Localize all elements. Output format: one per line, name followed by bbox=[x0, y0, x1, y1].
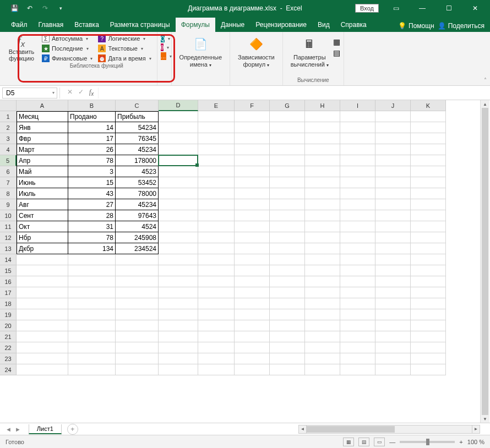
cell[interactable] bbox=[340, 254, 375, 265]
formula-auditing-button[interactable]: 🔶 Зависимости формул ▾ bbox=[233, 34, 279, 69]
cell[interactable]: 78000 bbox=[116, 188, 159, 199]
tab-home[interactable]: Главная bbox=[33, 18, 69, 32]
cell[interactable] bbox=[375, 144, 411, 155]
cell[interactable] bbox=[270, 199, 305, 210]
cell[interactable]: 4524 bbox=[116, 221, 159, 232]
cell[interactable] bbox=[17, 298, 68, 309]
column-header[interactable]: G bbox=[270, 100, 305, 111]
cell[interactable] bbox=[375, 243, 411, 254]
cell[interactable] bbox=[411, 353, 446, 364]
cell[interactable] bbox=[159, 232, 198, 243]
cell[interactable] bbox=[340, 320, 375, 331]
cell[interactable]: 26 bbox=[68, 144, 116, 155]
cell[interactable]: 27 bbox=[68, 199, 116, 210]
cell[interactable] bbox=[198, 342, 235, 353]
cell[interactable] bbox=[159, 210, 198, 221]
more-fn-button[interactable]: … bbox=[159, 52, 170, 61]
cell[interactable] bbox=[375, 342, 411, 353]
cell[interactable]: 45234 bbox=[116, 199, 159, 210]
tab-help[interactable]: Справка bbox=[335, 18, 372, 32]
cell[interactable] bbox=[375, 353, 411, 364]
vscroll-thumb[interactable] bbox=[482, 108, 488, 415]
cell[interactable] bbox=[305, 287, 340, 298]
view-pagebreak-icon[interactable]: ▭ bbox=[374, 438, 385, 446]
spreadsheet-grid[interactable]: ABCDEFGHIJK 1МесяцПроданоПрибыль2Янв1454… bbox=[0, 100, 490, 375]
cell[interactable] bbox=[411, 199, 446, 210]
cell[interactable] bbox=[375, 232, 411, 243]
cell[interactable] bbox=[375, 210, 411, 221]
cell[interactable] bbox=[270, 265, 305, 276]
cell[interactable] bbox=[68, 320, 116, 331]
cell[interactable] bbox=[235, 287, 270, 298]
cell[interactable]: Продано bbox=[68, 111, 116, 122]
cell[interactable] bbox=[235, 177, 270, 188]
cell[interactable] bbox=[198, 353, 235, 364]
row-header[interactable]: 3 bbox=[0, 133, 17, 144]
math-button[interactable]: θ bbox=[159, 43, 170, 52]
cell[interactable] bbox=[116, 364, 159, 375]
cell[interactable] bbox=[411, 331, 446, 342]
cell[interactable] bbox=[411, 188, 446, 199]
cell[interactable] bbox=[116, 254, 159, 265]
cell[interactable] bbox=[375, 265, 411, 276]
cell[interactable] bbox=[235, 188, 270, 199]
text-button[interactable]: AТекстовые bbox=[96, 44, 153, 53]
datetime-button[interactable]: ⏰Дата и время bbox=[96, 54, 153, 63]
row-header[interactable]: 21 bbox=[0, 331, 17, 342]
cell[interactable] bbox=[340, 364, 375, 375]
cell[interactable] bbox=[270, 353, 305, 364]
cell[interactable] bbox=[340, 111, 375, 122]
cell[interactable] bbox=[305, 111, 340, 122]
horizontal-scrollbar[interactable]: ◄ ► bbox=[298, 425, 480, 434]
sheet-tab[interactable]: Лист1 bbox=[29, 424, 62, 434]
cell[interactable] bbox=[270, 243, 305, 254]
cell[interactable] bbox=[270, 188, 305, 199]
cell[interactable] bbox=[411, 265, 446, 276]
cell[interactable] bbox=[235, 309, 270, 320]
save-icon[interactable]: 💾 bbox=[10, 4, 19, 13]
cell[interactable] bbox=[235, 364, 270, 375]
cell[interactable] bbox=[235, 232, 270, 243]
cell[interactable]: 78 bbox=[68, 155, 116, 166]
cell[interactable] bbox=[305, 155, 340, 166]
cell[interactable] bbox=[159, 122, 198, 133]
row-header[interactable]: 17 bbox=[0, 287, 17, 298]
cell[interactable] bbox=[17, 342, 68, 353]
view-layout-icon[interactable]: ▤ bbox=[358, 438, 369, 446]
zoom-in-icon[interactable]: + bbox=[459, 439, 462, 445]
cell[interactable] bbox=[198, 320, 235, 331]
cell[interactable]: 234524 bbox=[116, 243, 159, 254]
cell[interactable] bbox=[305, 221, 340, 232]
cell[interactable] bbox=[340, 221, 375, 232]
cell[interactable] bbox=[198, 254, 235, 265]
cell[interactable] bbox=[198, 144, 235, 155]
cell[interactable] bbox=[235, 210, 270, 221]
cell[interactable] bbox=[305, 320, 340, 331]
row-header[interactable]: 20 bbox=[0, 320, 17, 331]
cell[interactable] bbox=[411, 364, 446, 375]
hscroll-thumb[interactable] bbox=[307, 426, 395, 433]
cell[interactable] bbox=[375, 254, 411, 265]
cell[interactable] bbox=[68, 265, 116, 276]
cell[interactable] bbox=[375, 122, 411, 133]
cell[interactable] bbox=[305, 122, 340, 133]
tab-view[interactable]: Вид bbox=[312, 18, 335, 32]
cell[interactable] bbox=[305, 188, 340, 199]
cell[interactable] bbox=[411, 177, 446, 188]
cell[interactable] bbox=[235, 166, 270, 177]
cell[interactable] bbox=[305, 133, 340, 144]
cell[interactable] bbox=[235, 243, 270, 254]
cell[interactable] bbox=[159, 331, 198, 342]
vertical-scrollbar[interactable]: ▲ ▼ bbox=[480, 100, 489, 423]
cell[interactable] bbox=[375, 133, 411, 144]
row-header[interactable]: 5 bbox=[0, 155, 17, 166]
zoom-level[interactable]: 100 % bbox=[467, 439, 484, 445]
recent-button[interactable]: ★Последние bbox=[40, 44, 95, 53]
redo-icon[interactable]: ↷ bbox=[41, 4, 50, 13]
undo-icon[interactable]: ↶ bbox=[25, 4, 34, 13]
cell[interactable] bbox=[375, 111, 411, 122]
cell[interactable] bbox=[235, 265, 270, 276]
cell[interactable] bbox=[305, 309, 340, 320]
cell[interactable] bbox=[235, 221, 270, 232]
defined-names-button[interactable]: 📄 Определенные имена ▾ bbox=[175, 34, 226, 69]
